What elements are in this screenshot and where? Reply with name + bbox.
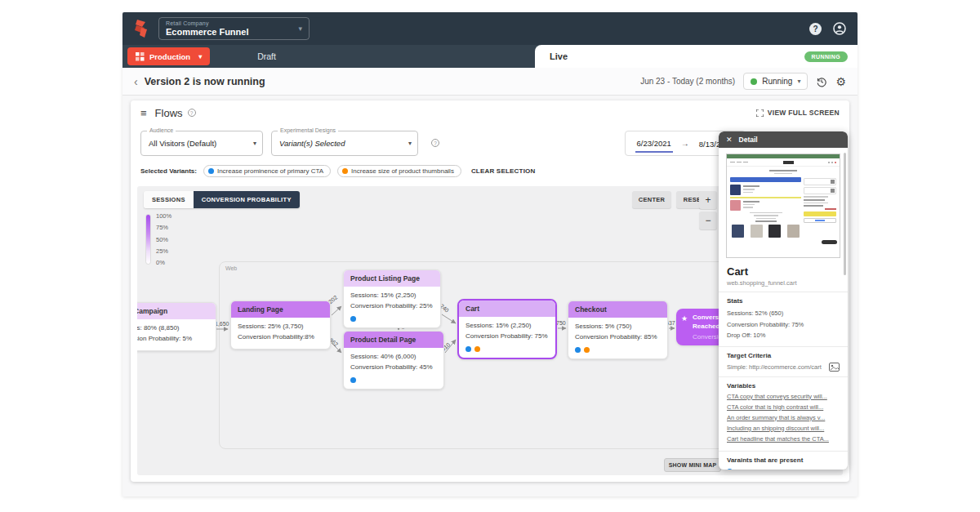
stat-sessions: Sessions: 52% (650) — [727, 308, 840, 319]
edge-label: 1,650 — [215, 321, 229, 327]
thumb-product-row — [730, 200, 801, 211]
help-icon[interactable]: ? — [809, 23, 822, 35]
environment-tabs: Production ▾ Draft Live RUNNING — [122, 45, 858, 68]
flow-node-product-listing-page[interactable]: Product Listing Page Sessions: 15% (2,25… — [343, 269, 441, 328]
running-status-dot — [751, 78, 757, 85]
running-badge: RUNNING — [804, 51, 848, 62]
project-name: Ecommerce Funnel — [166, 27, 292, 37]
variant-chip-blue[interactable]: Increase prominence of primary CTA — [203, 165, 331, 177]
view-fullscreen-label: VIEW FULL SCREEN — [768, 109, 840, 117]
detail-panel-header: ✕ Detail — [719, 131, 848, 148]
thumb-footer — [727, 238, 840, 246]
audience-select[interactable]: Audience All Visitors (Default) ▾ — [140, 131, 263, 156]
production-grid-icon — [136, 52, 145, 61]
gear-icon[interactable]: ⚙ — [835, 76, 846, 87]
audience-label: Audience — [147, 127, 176, 133]
clear-selection-button[interactable]: CLEAR SELECTION — [471, 167, 536, 175]
variant-dot-blue — [208, 168, 214, 174]
detail-panel: ✕ Detail — [719, 131, 848, 470]
variant-dot-blue — [350, 316, 356, 322]
variant-present-label: Primary CTA button color is gree... — [737, 468, 830, 470]
legend-label: 100% — [156, 212, 172, 220]
flow-node-checkout[interactable]: Checkout Sessions: 5% (750) Conversion P… — [568, 301, 668, 359]
variable-link[interactable]: An order summary that is always v... — [727, 414, 840, 421]
main-content: ≡ Flows ? VIEW FULL SCREEN Audience All … — [122, 96, 858, 496]
node-title: Product Listing Page — [344, 270, 440, 287]
detail-node-section: Cart web.shopping_funnel.cart — [719, 260, 848, 292]
tab-live[interactable]: Live RUNNING — [535, 45, 858, 68]
node-title: Landing Page — [231, 301, 330, 318]
start-date-field[interactable]: 6/23/2021 — [635, 134, 673, 153]
back-chevron-icon[interactable]: ‹ — [134, 75, 138, 88]
conversion-probability-toggle[interactable]: CONVERSION PROBABILITY — [194, 191, 300, 208]
legend-gradient-bar — [145, 214, 151, 265]
variant-dot-blue — [350, 377, 356, 383]
chevron-down-icon: ▾ — [198, 53, 202, 60]
history-icon[interactable] — [816, 76, 827, 87]
legend-label: 75% — [156, 224, 172, 231]
designs-select[interactable]: Experimental Designs Variant(s) Selected… — [271, 131, 418, 156]
zoom-in-button[interactable]: + — [699, 191, 717, 209]
target-criteria-value: Simple: http://ecommerce.com/cart — [727, 363, 825, 371]
flow-node-landing-page[interactable]: Landing Page Sessions: 25% (3,750) Conve… — [230, 301, 331, 349]
thumb-section-label — [730, 220, 801, 222]
node-title: Checkout — [568, 301, 667, 318]
flow-node-product-detail-page[interactable]: Product Detail Page Sessions: 40% (6,000… — [343, 331, 444, 390]
info-icon[interactable]: ? — [188, 109, 196, 117]
page-thumbnail — [726, 154, 840, 258]
node-conversion: Conversion Probability: 25% — [350, 301, 434, 312]
node-sessions: Sessions: 5% (750) — [575, 322, 661, 332]
flows-card: ≡ Flows ? VIEW FULL SCREEN Audience All … — [131, 100, 849, 482]
detail-variants-section: Varaints that are present Primary CTA bu… — [719, 451, 848, 470]
status-dropdown[interactable]: Running ▾ — [743, 73, 808, 90]
thumb-recommendations-row — [730, 224, 801, 238]
info-icon[interactable]: ? — [431, 139, 439, 147]
detail-title: Detail — [739, 136, 758, 144]
variant-chip-label: Increase size of product thumbnails — [351, 167, 454, 175]
thumb-order-summary — [804, 177, 836, 238]
show-mini-map-button[interactable]: SHOW MINI MAP — [664, 458, 721, 472]
arrow-right-icon: → — [681, 139, 689, 148]
production-label: Production — [149, 52, 190, 61]
tab-draft[interactable]: Draft — [244, 45, 289, 68]
variant-chip-label: Increase prominence of primary CTA — [217, 167, 323, 175]
flow-node-email-campaign[interactable]: Email Campaign Sessions: 80% (8,850) Con… — [137, 302, 216, 351]
variant-dot-orange — [342, 168, 348, 174]
variable-link[interactable]: CTA copy that conveys security will... — [727, 393, 840, 400]
close-icon[interactable]: ✕ — [726, 136, 733, 144]
app-window: Retail Company Ecommerce Funnel ▾ ? Prod… — [122, 12, 858, 496]
screenshot-icon[interactable] — [829, 363, 840, 372]
production-dropdown[interactable]: Production ▾ — [127, 47, 210, 65]
variant-dot-blue — [575, 347, 581, 353]
detail-stats-section: Stats Sessions: 52% (650) Conversion Pro… — [719, 292, 848, 346]
variant-chip-orange[interactable]: Increase size of product thumbnails — [337, 165, 461, 177]
flow-node-cart-selected[interactable]: Cart Sessions: 15% (2,250) Conversion Pr… — [457, 299, 557, 359]
star-icon: ★ — [681, 314, 688, 323]
user-icon[interactable] — [833, 22, 846, 35]
detail-target-section: Target Criteria Simple: http://ecommerce… — [719, 346, 848, 376]
detail-scrollbar[interactable] — [844, 153, 846, 275]
flows-title: Flows — [155, 107, 183, 119]
variable-link[interactable]: CTA color that is high contrast will... — [727, 403, 840, 411]
sessions-toggle[interactable]: SESSIONS — [144, 191, 194, 208]
conversion-legend: 100% 75% 50% 25% 0% — [145, 214, 172, 266]
variant-dot-blue — [466, 346, 471, 352]
chevron-down-icon: ▾ — [253, 140, 256, 147]
center-button[interactable]: CENTER — [632, 191, 671, 208]
target-criteria-label: Target Criteria — [727, 352, 840, 359]
legend-label: 0% — [156, 259, 172, 266]
menu-icon[interactable]: ≡ — [140, 107, 147, 119]
chevron-down-icon: ▾ — [797, 78, 800, 85]
thumb-blue-banner — [730, 177, 801, 182]
metric-toggle: SESSIONS CONVERSION PROBABILITY — [144, 191, 300, 208]
project-selector[interactable]: Retail Company Ecommerce Funnel ▾ — [158, 17, 310, 40]
node-sessions: Sessions: 15% (2,250) — [466, 321, 549, 332]
zoom-out-button[interactable]: − — [699, 211, 717, 229]
legend-label: 50% — [156, 236, 172, 243]
detail-node-title: Cart — [727, 265, 840, 278]
node-sessions: Sessions: 80% (8,850) — [137, 323, 209, 334]
variable-link[interactable]: Including an shipping discount will... — [727, 425, 840, 432]
edge-label: 750 — [556, 320, 566, 326]
view-fullscreen-button[interactable]: VIEW FULL SCREEN — [756, 109, 840, 117]
variable-link[interactable]: Cart headline that matches the CTA... — [727, 435, 840, 443]
